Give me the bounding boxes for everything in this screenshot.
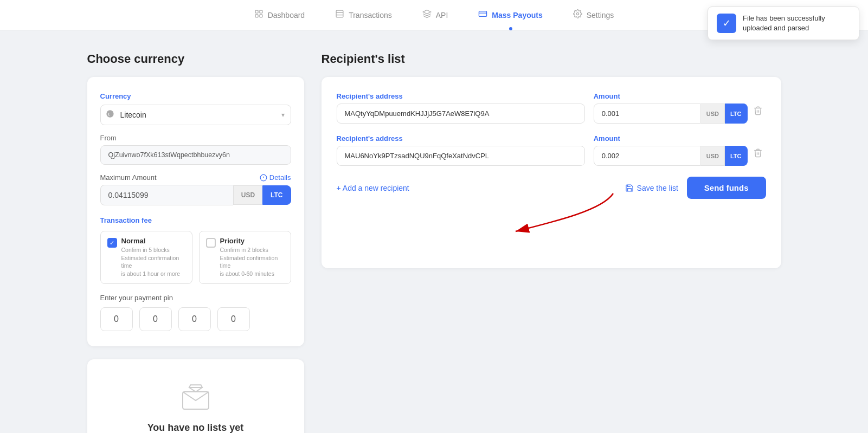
toast-check-icon: ✓ bbox=[717, 14, 736, 33]
svg-rect-1 bbox=[260, 10, 262, 13]
toast-notification: ✓ File has been successfully uploaded an… bbox=[708, 7, 859, 40]
pin-label: Enter your payment pin bbox=[100, 294, 291, 302]
usd-toggle-btn[interactable]: USD bbox=[233, 185, 262, 205]
pin-row bbox=[100, 307, 291, 331]
svg-rect-3 bbox=[260, 15, 262, 17]
priority-fee-title: Priority bbox=[220, 237, 284, 245]
nav-api[interactable]: API bbox=[420, 9, 451, 21]
recipient-1-ltc-btn[interactable]: LTC bbox=[725, 104, 748, 124]
pin-input-2[interactable] bbox=[139, 307, 172, 331]
recipient-2-usd-btn[interactable]: USD bbox=[701, 146, 725, 166]
nav-transactions-label: Transactions bbox=[349, 11, 392, 20]
save-list-btn[interactable]: Save the list bbox=[625, 184, 678, 192]
recipient-1-usd-btn[interactable]: USD bbox=[701, 104, 725, 124]
send-funds-btn[interactable]: Send funds bbox=[687, 177, 766, 199]
dashboard-icon bbox=[254, 9, 263, 21]
details-label: Details bbox=[269, 173, 291, 182]
details-link[interactable]: Details bbox=[260, 173, 291, 182]
currency-toggle: USD LTC bbox=[233, 185, 291, 205]
currency-select-wrapper: Ł Litecoin ▾ bbox=[100, 105, 291, 125]
from-label: From bbox=[100, 134, 291, 142]
transactions-icon bbox=[335, 9, 344, 21]
nav-dashboard[interactable]: Dashboard bbox=[252, 9, 307, 21]
left-panel: Choose currency Currency Ł Litecoin ▾ Fr… bbox=[87, 52, 304, 433]
recipient-1-amount-label: Amount bbox=[594, 92, 748, 100]
nav-settings[interactable]: Settings bbox=[571, 9, 616, 21]
from-address-input[interactable] bbox=[100, 145, 291, 165]
recipient-2-address-group: Recipient's address bbox=[337, 134, 585, 166]
check-icon: ✓ bbox=[110, 240, 114, 247]
recipient-2-delete-btn[interactable] bbox=[750, 143, 766, 166]
empty-list-text: You have no lists yet bbox=[147, 422, 244, 433]
svg-rect-2 bbox=[255, 15, 258, 17]
nav-settings-label: Settings bbox=[587, 11, 614, 20]
add-recipient-btn[interactable]: + Add a new recipient bbox=[337, 184, 409, 192]
priority-fee-info: Priority Confirm in 2 blocksEstimated co… bbox=[220, 237, 284, 278]
recipient-2-amount-input[interactable] bbox=[594, 146, 701, 166]
right-panel: Recipient's list Recipient's address Amo… bbox=[322, 52, 781, 433]
nav-transactions[interactable]: Transactions bbox=[333, 9, 394, 21]
recipient-1-address-label: Recipient's address bbox=[337, 92, 585, 100]
currency-card: Currency Ł Litecoin ▾ From Maximum Amoun… bbox=[87, 77, 304, 346]
nav-mass-payouts-label: Mass Payouts bbox=[492, 11, 542, 20]
pin-input-1[interactable] bbox=[100, 307, 133, 331]
max-amount-label: Maximum Amount bbox=[100, 173, 157, 182]
toast-message: File has been successfully uploaded and … bbox=[743, 14, 850, 33]
normal-fee-title: Normal bbox=[121, 237, 185, 245]
pin-input-3[interactable] bbox=[178, 307, 211, 331]
ltc-toggle-btn[interactable]: LTC bbox=[262, 185, 291, 205]
recipient-2-amount-group: Amount USD LTC bbox=[594, 134, 766, 166]
api-icon bbox=[422, 9, 432, 21]
priority-fee-checkbox[interactable] bbox=[206, 238, 216, 248]
empty-box-icon bbox=[178, 379, 213, 413]
normal-fee-info: Normal Confirm in 5 blocksEstimated conf… bbox=[121, 237, 185, 278]
recipient-2-address-input[interactable] bbox=[337, 146, 585, 166]
max-amount-input-row: USD LTC bbox=[100, 185, 291, 205]
recipients-card: Recipient's address Amount USD LTC bbox=[322, 77, 781, 268]
left-title: Choose currency bbox=[87, 52, 304, 66]
svg-rect-4 bbox=[336, 10, 343, 17]
recipient-2-currency-toggle: USD LTC bbox=[701, 146, 748, 166]
nav-api-label: API bbox=[436, 11, 448, 20]
svg-rect-0 bbox=[255, 10, 258, 13]
recipient-1-amount-input[interactable] bbox=[594, 104, 701, 124]
svg-text:Ł: Ł bbox=[108, 112, 110, 116]
priority-fee-desc: Confirm in 2 blocksEstimated confirmatio… bbox=[220, 246, 284, 278]
fee-options: ✓ Normal Confirm in 5 blocksEstimated co… bbox=[100, 231, 291, 284]
recipient-1-currency-toggle: USD LTC bbox=[701, 104, 748, 124]
recipient-2-amount-label: Amount bbox=[594, 134, 748, 143]
currency-dropdown[interactable]: Litecoin bbox=[100, 105, 291, 125]
recipient-2-address-label: Recipient's address bbox=[337, 134, 585, 143]
recipient-1-address-group: Recipient's address bbox=[337, 92, 585, 124]
mass-payouts-icon bbox=[478, 9, 487, 21]
right-title: Recipient's list bbox=[322, 52, 781, 66]
priority-fee-option[interactable]: Priority Confirm in 2 blocksEstimated co… bbox=[199, 231, 291, 284]
recipient-1-address-input[interactable] bbox=[337, 104, 585, 124]
normal-fee-option[interactable]: ✓ Normal Confirm in 5 blocksEstimated co… bbox=[100, 231, 192, 284]
main-content: Choose currency Currency Ł Litecoin ▾ Fr… bbox=[55, 30, 814, 433]
right-actions: Save the list Send funds bbox=[625, 177, 766, 199]
actions-row: + Add a new recipient Save the list Send… bbox=[337, 177, 766, 199]
normal-fee-checkbox[interactable]: ✓ bbox=[107, 238, 117, 248]
recipient-2-ltc-btn[interactable]: LTC bbox=[725, 146, 748, 166]
svg-point-9 bbox=[576, 12, 578, 15]
save-list-label: Save the list bbox=[637, 184, 678, 192]
recipient-row-1: Recipient's address Amount USD LTC bbox=[337, 92, 766, 124]
nav-mass-payouts[interactable]: Mass Payouts bbox=[476, 9, 544, 21]
currency-label: Currency bbox=[100, 92, 291, 100]
pin-input-4[interactable] bbox=[217, 307, 250, 331]
arrow-annotation bbox=[337, 199, 766, 253]
litecoin-icon: Ł bbox=[106, 109, 114, 120]
fee-label: Transaction fee bbox=[100, 216, 291, 224]
recipient-row-2: Recipient's address Amount USD LTC bbox=[337, 134, 766, 166]
settings-icon bbox=[573, 9, 582, 21]
recipient-1-amount-group: Amount USD LTC bbox=[594, 92, 766, 124]
normal-fee-desc: Confirm in 5 blocksEstimated confirmatio… bbox=[121, 246, 185, 278]
max-amount-input[interactable] bbox=[100, 185, 233, 205]
recipient-1-delete-btn[interactable] bbox=[750, 100, 766, 124]
empty-list-card: You have no lists yet bbox=[87, 359, 304, 433]
max-amount-row: Maximum Amount Details bbox=[100, 173, 291, 182]
nav-dashboard-label: Dashboard bbox=[268, 11, 305, 20]
svg-rect-7 bbox=[479, 11, 487, 17]
